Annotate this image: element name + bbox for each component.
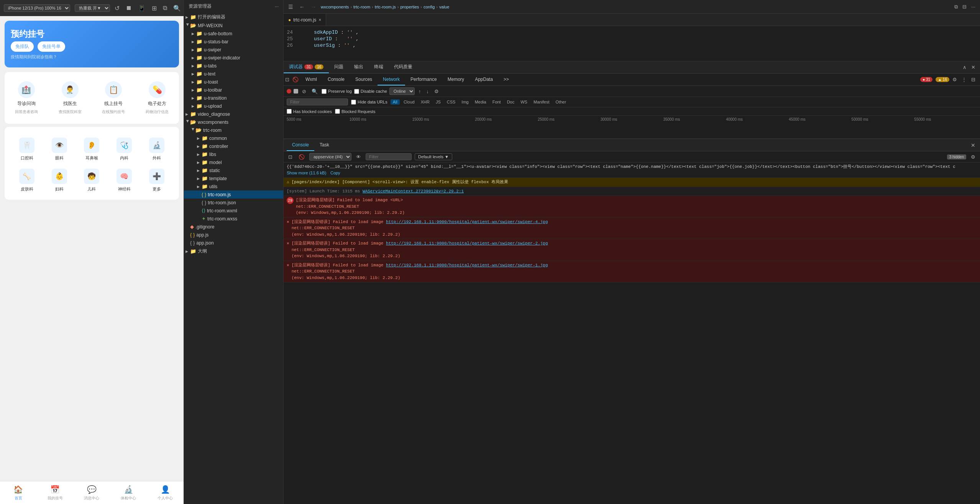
panel-layout-btn[interactable]: ⊟ <box>961 3 968 10</box>
menu-item-chufang[interactable]: 💊 电子处方 药物治疗信息 <box>135 78 179 118</box>
preserve-log-checkbox[interactable] <box>322 89 327 94</box>
devtools-minimize-btn[interactable]: ∧ <box>961 64 968 71</box>
menu-item-guahao[interactable]: 📋 线上挂号 在线预约挂号 <box>92 78 136 118</box>
back-btn[interactable]: ☰ <box>287 3 295 11</box>
panel-more-btn[interactable]: ··· <box>970 3 977 10</box>
search-network-btn[interactable]: 🔍 <box>310 88 319 95</box>
hide-data-urls-checkbox[interactable] <box>351 100 356 105</box>
appdata-tab[interactable]: AppData <box>469 74 498 85</box>
menu-item-zhaoyi[interactable]: 👨‍⚕️ 找医生 查找医院科室 <box>48 78 92 118</box>
upload-throttle-btn[interactable]: ↑ <box>417 88 423 95</box>
filter-js-btn[interactable]: JS <box>433 99 443 105</box>
dept-more[interactable]: ➕ 更多 <box>140 167 173 194</box>
blocked-requests-checkbox[interactable] <box>335 109 340 114</box>
tree-trtc-room-json[interactable]: ▶ { } trtc-room.json <box>184 199 283 207</box>
tree-u-swiper-indicator[interactable]: ▶ 📁 u-swiper-indicator <box>184 54 283 62</box>
tree-trtc-room-wxss[interactable]: ▶ ✦ trtc-room.wxss <box>184 215 283 223</box>
tree-u-toast[interactable]: ▶ 📁 u-toast <box>184 78 283 86</box>
dept-erke[interactable]: 🧒 儿科 <box>76 167 108 194</box>
dept-yanke[interactable]: 👁️ 眼科 <box>43 136 76 163</box>
tree-u-tabs[interactable]: ▶ 📁 u-tabs <box>184 62 283 70</box>
preserve-log-label[interactable]: Preserve log <box>322 89 352 94</box>
performance-tab[interactable]: Performance <box>405 74 442 85</box>
network-speed-select[interactable]: Online <box>389 87 415 95</box>
more-tools-btn[interactable]: >> <box>498 74 514 85</box>
nav-back-btn[interactable]: ← <box>298 3 306 11</box>
tree-static[interactable]: ▶ 📁 static <box>184 166 283 174</box>
console-link-waservice[interactable]: WAServiceMainContext…27239012&v=2.29.2:1 <box>363 189 464 194</box>
blocked-cookies-label[interactable]: Has blocked cookies <box>287 109 332 114</box>
network-filter-input[interactable] <box>287 99 348 105</box>
tree-u-swiper[interactable]: ▶ 📁 u-swiper <box>184 46 283 54</box>
memory-tab[interactable]: Memory <box>442 74 469 85</box>
mianaguahao-btn[interactable]: 免挂号单 <box>38 41 65 52</box>
filter-manifest-btn[interactable]: Manifest <box>531 99 552 105</box>
console-eye-btn[interactable]: 👁 <box>355 153 363 161</box>
download-throttle-btn[interactable]: ↓ <box>425 88 430 95</box>
issues-tab[interactable]: 问题 <box>329 61 349 73</box>
console-tab[interactable]: Console <box>287 139 314 151</box>
filter-cloud-btn[interactable]: Cloud <box>401 99 417 105</box>
network-dock-btn[interactable]: ⊟ <box>970 76 977 83</box>
tree-u-text[interactable]: ▶ 📁 u-text <box>184 70 283 78</box>
tabbar-profile[interactable]: 👤 个人中心 <box>147 481 184 504</box>
tree-utils[interactable]: ▶ 📁 utils <box>184 182 283 190</box>
copy-console-btn[interactable]: Copy <box>330 171 340 175</box>
devtools-close-btn[interactable]: ✕ <box>970 64 977 71</box>
dept-shenjingke[interactable]: 🧠 神经科 <box>108 167 141 194</box>
tree-dagang[interactable]: ▶ 📁 大纲 <box>184 247 283 256</box>
devtools-block-btn[interactable]: 🚫 <box>291 76 300 83</box>
console-cursor-btn[interactable]: ⊡ <box>287 153 294 161</box>
editor-tab-close-icon[interactable]: × <box>318 17 321 23</box>
tabbar-checkup[interactable]: 🔬 体检中心 <box>110 481 147 504</box>
tree-trtc-room-wxml[interactable]: ▶ ⟨⟩ trtc-room.wxml <box>184 207 283 215</box>
swiper2-link[interactable]: http://192.168.1.11:9000/hospital/patien… <box>386 241 548 246</box>
phone-icon[interactable]: 📱 <box>138 5 146 12</box>
copy-icon[interactable]: ⧉ <box>163 5 167 12</box>
tree-trtc-room-js[interactable]: ▶ { } trtc-room.js <box>184 190 283 199</box>
filetree-more-icon[interactable]: ··· <box>275 4 279 9</box>
filter-other-btn[interactable]: Other <box>553 99 569 105</box>
menu-item-daozhen[interactable]: 🏥 导诊问询 回答患者咨询 <box>5 78 48 118</box>
search-icon[interactable]: 🔍 <box>173 5 181 12</box>
swiper4-link[interactable]: http://192.168.1.11:9000/hospital/patien… <box>386 220 548 224</box>
swiper1-link[interactable]: http://192.168.1.11:9000/hospital/patien… <box>386 263 548 268</box>
tree-controller[interactable]: ▶ 📁 controller <box>184 142 283 150</box>
dept-neike[interactable]: 🩺 内科 <box>108 136 141 163</box>
disable-cache-label[interactable]: Disable cache <box>354 89 387 94</box>
device-select[interactable]: iPhone 12/13 (Pro) 100% 16 <box>4 4 70 12</box>
tree-common[interactable]: ▶ 📁 common <box>184 134 283 142</box>
filter-xhr-btn[interactable]: XHR <box>419 99 432 105</box>
hotreload-select[interactable]: 热重载 开▼ <box>75 4 110 12</box>
dept-waike[interactable]: 🔬 外科 <box>140 136 173 163</box>
filter-media-btn[interactable]: Media <box>473 99 489 105</box>
debugger-tab[interactable]: 调试器 31 16 <box>284 61 329 73</box>
filter-all-btn[interactable]: All <box>391 99 400 105</box>
tree-libs[interactable]: ▶ 📁 libs <box>184 150 283 158</box>
network-tab-btn[interactable]: Network <box>378 74 405 85</box>
sources-tab[interactable]: Sources <box>350 74 378 85</box>
refresh-icon[interactable]: ↺ <box>115 5 120 12</box>
console-settings-btn[interactable]: ⚙ <box>969 153 977 161</box>
code-quality-tab[interactable]: 代码质量 <box>389 61 418 73</box>
tree-open-editors[interactable]: ▶ 📁 打开的编辑器 <box>184 13 283 21</box>
tree-gitignore[interactable]: ▶ ◆ .gitignore <box>184 223 283 231</box>
network-more-btn[interactable]: ⋮ <box>960 76 968 83</box>
console-context-select[interactable]: appservice (#4) <box>309 153 351 161</box>
tree-app-js[interactable]: ▶ { } app.js <box>184 231 283 239</box>
disable-cache-checkbox[interactable] <box>354 89 359 94</box>
show-more-btn[interactable]: Show more (11.6 kB) <box>287 171 326 175</box>
tree-u-upload[interactable]: ▶ 📁 u-upload <box>184 102 283 110</box>
editor-tab-trtc-room-js[interactable]: ● trtc-room.js × <box>284 14 326 26</box>
output-tab[interactable]: 输出 <box>349 61 369 73</box>
tree-u-transition[interactable]: ▶ 📁 u-transition <box>184 94 283 102</box>
mianpaigui-btn[interactable]: 免排队 <box>11 41 34 52</box>
hide-data-urls-label[interactable]: Hide data URLs <box>351 100 387 105</box>
layout-icon[interactable]: ⊞ <box>152 5 157 12</box>
tree-u-status-bar[interactable]: ▶ 📁 u-status-bar <box>184 38 283 46</box>
nav-forward-btn[interactable]: → <box>309 3 318 11</box>
console-block-btn[interactable]: 🚫 <box>297 153 306 161</box>
console-levels-btn[interactable]: Default levels ▼ <box>415 153 452 160</box>
tree-trtc-room[interactable]: ▶ 📂 trtc-room <box>184 126 283 134</box>
tabbar-myguahao[interactable]: 📅 我的挂号 <box>37 481 74 504</box>
